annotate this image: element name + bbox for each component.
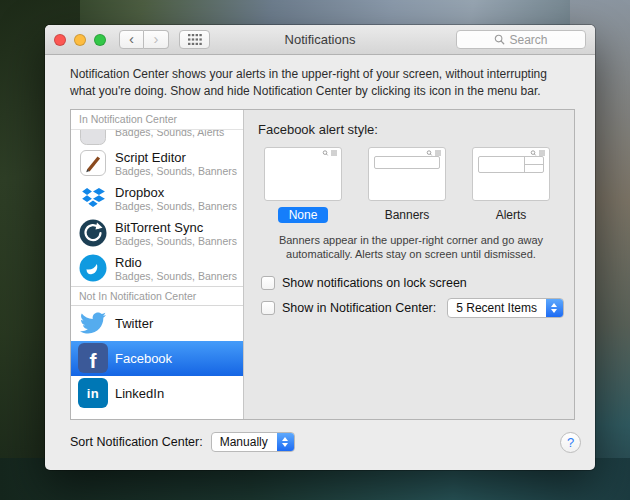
window-footer: Sort Notification Center: Manually ? bbox=[70, 432, 581, 453]
search-input[interactable]: Search bbox=[456, 30, 586, 49]
alert-style-alerts-label: Alerts bbox=[485, 207, 538, 223]
app-name: Script Editor bbox=[115, 150, 237, 165]
sort-label: Sort Notification Center: bbox=[70, 435, 203, 449]
list-item-facebook[interactable]: f Facebook bbox=[71, 341, 243, 376]
preview-menubar-icons bbox=[322, 150, 338, 156]
app-alert-detail: Badges, Sounds, Banners bbox=[115, 200, 237, 212]
app-alert-detail: Badges, Sounds, Banners bbox=[115, 165, 237, 177]
twitter-icon bbox=[78, 308, 108, 338]
preview-menubar-icons bbox=[426, 150, 442, 156]
generic-app-icon bbox=[78, 130, 108, 146]
list-item-partial[interactable]: Badges, Sounds, Alerts bbox=[71, 130, 243, 146]
alert-shape bbox=[478, 156, 544, 173]
alert-style-banners[interactable]: Banners bbox=[366, 147, 448, 223]
sort-popup[interactable]: Manually bbox=[211, 432, 295, 452]
sort-value: Manually bbox=[220, 435, 268, 449]
app-alert-detail: Badges, Sounds, Banners bbox=[115, 270, 237, 282]
show-in-center-checkbox[interactable] bbox=[261, 301, 275, 315]
alert-style-banners-label: Banners bbox=[374, 207, 441, 223]
recent-items-value: 5 Recent Items bbox=[456, 301, 537, 315]
script-editor-icon bbox=[78, 148, 108, 178]
alert-style-none-label: None bbox=[278, 207, 329, 223]
lock-screen-label: Show notifications on lock screen bbox=[282, 276, 467, 290]
app-list: In Notification Center Badges, Sounds, A… bbox=[71, 110, 244, 419]
help-button[interactable]: ? bbox=[560, 432, 581, 453]
section-header-not-in-center: Not In Notification Center bbox=[71, 286, 243, 306]
preview-menubar-icons bbox=[530, 150, 546, 156]
alert-style-help-text: Banners appear in the upper-right corner… bbox=[260, 233, 562, 263]
back-button[interactable]: ‹ bbox=[119, 30, 144, 49]
popup-arrows-icon bbox=[546, 299, 563, 317]
list-item-bittorrent-sync[interactable]: BitTorrent Sync Badges, Sounds, Banners bbox=[71, 216, 243, 251]
lock-screen-row: Show notifications on lock screen bbox=[261, 276, 564, 290]
alert-style-label: Facebook alert style: bbox=[258, 122, 564, 137]
lock-screen-checkbox[interactable] bbox=[261, 276, 275, 290]
zoom-button[interactable] bbox=[94, 34, 106, 46]
show-in-center-row: Show in Notification Center: 5 Recent It… bbox=[261, 298, 564, 318]
alert-style-options: None Banners bbox=[262, 147, 564, 223]
app-name: Rdio bbox=[115, 255, 237, 270]
list-item-script-editor[interactable]: Script Editor Badges, Sounds, Banners bbox=[71, 146, 243, 181]
app-alert-detail: Badges, Sounds, Alerts bbox=[115, 130, 224, 139]
minimize-button[interactable] bbox=[74, 34, 86, 46]
list-item-dropbox[interactable]: Dropbox Badges, Sounds, Banners bbox=[71, 181, 243, 216]
alert-style-banners-preview bbox=[368, 147, 446, 201]
alert-style-none-preview bbox=[264, 147, 342, 201]
desktop-wallpaper: ‹ › Notifications Search bbox=[0, 0, 630, 500]
traffic-lights bbox=[54, 34, 106, 46]
app-name: Twitter bbox=[115, 316, 153, 331]
window-titlebar: ‹ › Notifications Search bbox=[45, 25, 595, 55]
grid-icon bbox=[188, 34, 202, 45]
app-name: LinkedIn bbox=[115, 386, 164, 401]
nav-buttons: ‹ › bbox=[119, 30, 169, 49]
alert-style-none[interactable]: None bbox=[262, 147, 344, 223]
facebook-icon: f bbox=[78, 343, 108, 373]
linkedin-icon: in bbox=[78, 378, 108, 408]
search-placeholder: Search bbox=[509, 33, 547, 47]
list-item-rdio[interactable]: Rdio Badges, Sounds, Banners bbox=[71, 251, 243, 286]
list-item-linkedin[interactable]: in LinkedIn bbox=[71, 376, 243, 411]
list-item-partial-clip: Badges, Sounds, Alerts bbox=[71, 130, 243, 146]
alert-style-alerts-preview bbox=[472, 147, 550, 201]
close-button[interactable] bbox=[54, 34, 66, 46]
forward-button[interactable]: › bbox=[144, 30, 169, 49]
show-all-button[interactable] bbox=[179, 30, 210, 49]
list-item-twitter[interactable]: Twitter bbox=[71, 306, 243, 341]
rdio-icon bbox=[78, 253, 108, 283]
app-name: BitTorrent Sync bbox=[115, 220, 237, 235]
search-icon bbox=[494, 34, 505, 45]
content-box: In Notification Center Badges, Sounds, A… bbox=[70, 109, 575, 420]
alert-style-alerts[interactable]: Alerts bbox=[470, 147, 552, 223]
popup-arrows-icon bbox=[277, 433, 294, 451]
system-preferences-window: ‹ › Notifications Search bbox=[45, 25, 595, 470]
bittorrent-sync-icon bbox=[78, 218, 108, 248]
banner-shape bbox=[374, 156, 440, 169]
app-alert-detail: Badges, Sounds, Banners bbox=[115, 235, 237, 247]
dropbox-icon bbox=[78, 183, 108, 213]
show-in-center-label: Show in Notification Center: bbox=[282, 301, 436, 315]
alert-buttons-shape bbox=[524, 157, 543, 172]
recent-items-popup[interactable]: 5 Recent Items bbox=[447, 298, 564, 318]
intro-text: Notification Center shows your alerts in… bbox=[45, 55, 595, 109]
app-name: Dropbox bbox=[115, 185, 237, 200]
section-header-in-center: In Notification Center bbox=[71, 110, 243, 130]
settings-panel: Facebook alert style: None bbox=[244, 110, 574, 419]
app-name: Facebook bbox=[115, 351, 172, 366]
